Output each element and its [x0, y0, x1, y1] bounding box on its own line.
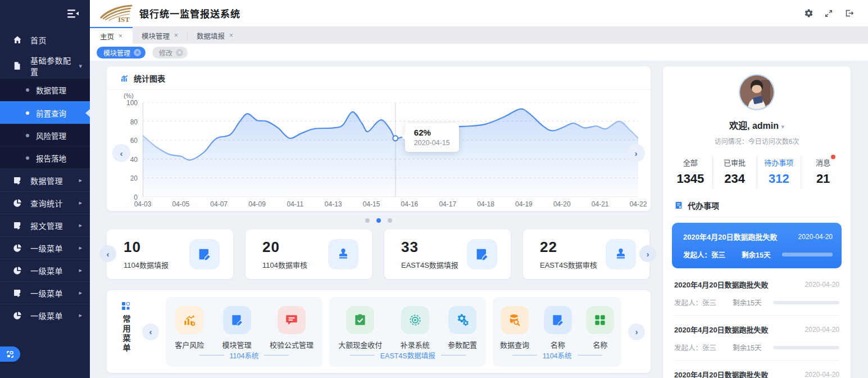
stat-pending[interactable]: 待办事项 312	[757, 156, 802, 188]
target-icon	[401, 306, 429, 334]
stats-next-button[interactable]: ›	[639, 245, 656, 262]
welcome-row[interactable]: 欢迎, admin ▾	[663, 118, 851, 132]
quick-item-module-mgmt[interactable]: 模块管理	[222, 306, 252, 350]
risk-chart-icon	[175, 306, 203, 334]
tab-data-fill[interactable]: 数据填报 ×	[188, 27, 242, 44]
y-axis-tick: 20	[130, 174, 138, 182]
welcome-text: 欢迎, admin	[729, 121, 779, 130]
fullscreen-icon[interactable]	[821, 6, 837, 21]
stat-card-east4s-fill[interactable]: 33 EAST4S数据填报	[384, 230, 511, 279]
sidebar-item-level1-menu-1[interactable]: 一级菜单 ▸	[0, 236, 90, 259]
quick-item-param-config[interactable]: 参数配置	[448, 306, 477, 350]
x-axis-label: 04-07	[210, 200, 228, 208]
close-icon[interactable]: ✕	[176, 49, 183, 56]
chart-prev-button[interactable]: ‹	[112, 144, 130, 162]
theme-switch-button[interactable]	[0, 346, 20, 362]
stat-card-east4s-audit[interactable]: 22 EAST4S数据审核	[523, 230, 649, 279]
chart-next-button[interactable]: ›	[627, 144, 645, 162]
sidebar-subitem-risk-mgmt[interactable]: 风险管理	[0, 124, 90, 146]
x-axis-label: 04-03	[134, 200, 152, 208]
quick-item-customer-risk[interactable]: 客户风险	[175, 306, 204, 350]
stat-card-1104-fill[interactable]: 10 1104数据填报	[107, 230, 233, 279]
chevron-down-icon: ▾	[781, 123, 784, 130]
stat-all[interactable]: 全部 1345	[669, 156, 713, 188]
progress-bar	[773, 346, 839, 349]
sidebar-subitem-data-mgmt[interactable]: 数据管理	[0, 79, 90, 101]
stat-messages[interactable]: 消息 21	[801, 156, 845, 188]
stat-card-row: ‹ 10 1104数据填报 20 1104数据审核	[107, 230, 651, 279]
settings-icon[interactable]	[801, 6, 816, 21]
stat-card-1104-audit[interactable]: 20 1104数据审核	[246, 230, 372, 279]
sidebar-subitem-pre-query[interactable]: 前置查询	[0, 101, 90, 124]
todo-item[interactable]: 2020年4月20日数据跑批失败 2020-04-20 发起人：张三 剩余15天	[674, 315, 839, 360]
todo-item[interactable]: 2020年4月20日数据跑批失败 2020-04-20 发起人：张三 剩余4天	[674, 360, 839, 378]
sidebar-menu: 首页 基础参数配置 ▾ 数据管理 前置查询 风险管理	[0, 27, 90, 326]
quick-item-cash-payment[interactable]: 大额现金收付	[338, 306, 382, 350]
tab-module-mgmt[interactable]: 模块管理 ×	[133, 27, 187, 44]
stats-prev-button[interactable]: ‹	[99, 245, 116, 262]
content-area: 统计图表 ‹ › (%) 100806040200 62% 2020-04-15…	[90, 61, 868, 378]
bullet-icon	[26, 134, 29, 137]
chevron-right-icon: ▸	[79, 267, 82, 274]
doc-edit-icon	[12, 176, 22, 186]
quick-item-supplement-system[interactable]: 补录系统	[401, 306, 430, 350]
todo-item[interactable]: 2020年4月20日数据跑批失败 2020-04-20 发起人：张三 剩余15天	[674, 271, 839, 315]
stat-label: 1104数据审核	[262, 259, 307, 270]
doc-edit-icon	[12, 288, 22, 298]
quick-item-label: 名称	[551, 339, 565, 350]
stat-approved[interactable]: 已审批 234	[713, 156, 757, 188]
sidebar-item-home[interactable]: 首页	[0, 27, 90, 53]
sidebar-item-level1-menu-2[interactable]: 一级菜单 ▸	[0, 259, 90, 281]
x-axis-label: 04-05	[172, 200, 189, 208]
quick-menu-prev-button[interactable]: ‹	[142, 323, 159, 340]
quick-item-label: 校验公式管理	[270, 339, 313, 350]
todo-item[interactable]: 2020年4月20日数据跑批失败 2020-04-20 发起人：张三 剩余15天	[672, 223, 842, 268]
quick-item-label: 补录系统	[401, 339, 430, 350]
close-icon[interactable]: ×	[229, 32, 233, 39]
chevron-right-icon: ▸	[79, 177, 82, 184]
edit-doc-icon	[189, 239, 220, 269]
chevron-down-icon: ▾	[79, 62, 82, 70]
sidebar-subitem-label: 前置查询	[36, 107, 66, 119]
sidebar-item-base-params[interactable]: 基础参数配置 ▾	[0, 53, 90, 79]
sidebar-subitem-label: 报告落地	[36, 152, 66, 164]
bullet-icon	[26, 111, 29, 115]
carousel-dot[interactable]	[376, 218, 381, 223]
chip-modify[interactable]: 修改 ✕	[152, 47, 188, 58]
avatar[interactable]	[739, 74, 775, 110]
sidebar-item-label: 基础参数配置	[30, 55, 79, 77]
close-icon[interactable]: ×	[174, 32, 178, 39]
sidebar-subitem-report-landing[interactable]: 报告落地	[0, 146, 90, 169]
stat-value: 22	[540, 238, 597, 256]
quick-item-name-1[interactable]: 名称	[544, 306, 572, 350]
carousel-dot[interactable]	[365, 218, 370, 223]
carousel-dot[interactable]	[388, 218, 392, 223]
pie-icon	[12, 198, 22, 208]
sidebar-item-query-stats[interactable]: 查询统计 ▸	[0, 191, 90, 214]
quick-item-data-query[interactable]: 数据查询	[500, 306, 529, 350]
breadcrumb-chip-row: 模块管理 ✕ 修改 ✕	[90, 44, 868, 61]
progress-bar	[773, 301, 839, 304]
quick-item-formula-mgmt[interactable]: 校验公式管理	[270, 306, 313, 350]
sidebar-item-data-mgmt[interactable]: 数据管理 ▸	[0, 169, 90, 191]
close-icon[interactable]: ✕	[134, 49, 141, 56]
sidebar-item-label: 一级菜单	[30, 242, 79, 254]
sidebar-item-level1-menu-3[interactable]: 一级菜单 ▸	[0, 281, 90, 304]
sidebar-item-message-mgmt[interactable]: 报文管理 ▸	[0, 214, 90, 236]
logo-text: IST	[118, 15, 130, 23]
stat-label: EAST4S数据填报	[401, 259, 458, 270]
profile-stats: 全部 1345 已审批 234 待办事项 312 消息 21	[669, 156, 845, 188]
sidebar-item-level1-menu-4[interactable]: 一级菜单 ▸	[0, 304, 90, 326]
quick-item-label: 数据查询	[500, 339, 529, 350]
tab-home[interactable]: 主页 ×	[90, 27, 133, 44]
main-region: IST 银行统一监管报送系统 主页 × 模块管理 ×	[90, 0, 868, 378]
quick-item-name-2[interactable]: 名称	[586, 306, 614, 350]
close-icon[interactable]: ×	[119, 32, 122, 40]
chart-card-header: 统计图表	[107, 66, 651, 90]
stat-label: 1104数据填报	[124, 259, 169, 270]
document-icon	[12, 61, 22, 71]
collapse-sidebar-icon[interactable]	[65, 6, 81, 21]
logout-icon[interactable]	[841, 6, 857, 21]
chip-module-mgmt[interactable]: 模块管理 ✕	[97, 47, 146, 58]
quick-menu-next-button[interactable]: ›	[628, 323, 645, 340]
